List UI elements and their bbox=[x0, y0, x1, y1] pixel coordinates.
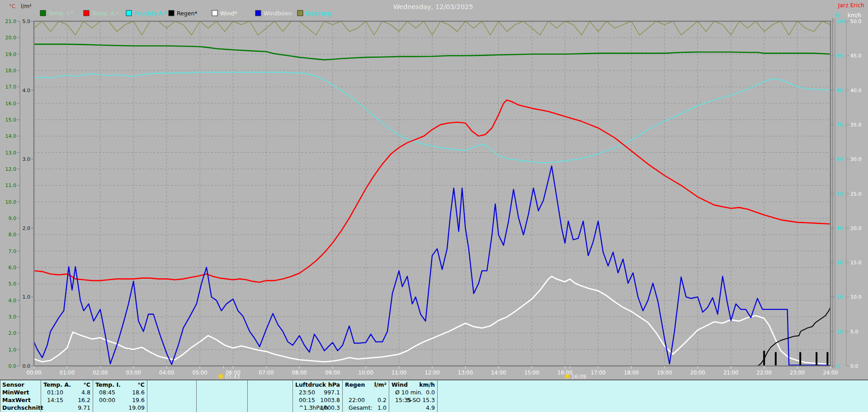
table-column-border bbox=[93, 380, 93, 412]
tick-label: 16.0 bbox=[5, 101, 17, 107]
tick-label: 90 bbox=[836, 53, 843, 59]
sun-ray bbox=[219, 374, 220, 375]
row-label-minwert: MinWert bbox=[2, 389, 29, 396]
tick-label: 15:00 bbox=[524, 370, 539, 376]
sunrise-icon bbox=[218, 373, 224, 379]
legend-label-1: Temp. I.* bbox=[48, 10, 73, 17]
page-title: Wednesday, 12/03/2025 bbox=[393, 3, 473, 10]
legend-swatch-4 bbox=[169, 10, 174, 16]
summary-table: SensorMinWertMaxWertDurchschnittTemp. A.… bbox=[0, 379, 868, 412]
sunset-icon bbox=[564, 373, 571, 379]
tick-label: 0.0 bbox=[850, 363, 859, 369]
tick-label: 18.0 bbox=[5, 68, 17, 74]
tick-label: 17.0 bbox=[5, 84, 17, 90]
tick-label: 12:00 bbox=[425, 370, 439, 376]
legend-swatch-6 bbox=[255, 10, 261, 16]
col-header-temp_a: Temp. A. bbox=[43, 381, 71, 389]
tick-label: 07:00 bbox=[259, 370, 274, 376]
tick-label: 4.0 bbox=[23, 88, 31, 94]
tick-label: 2.0 bbox=[23, 225, 31, 231]
legend-label-4: Regen* bbox=[177, 10, 198, 17]
tick-label: 0.0 bbox=[23, 363, 31, 369]
tick-label: 6.0 bbox=[9, 265, 17, 271]
tick-label: 60 bbox=[836, 156, 843, 162]
col-header-wind: Wind bbox=[392, 381, 408, 389]
tick-label: 19:00 bbox=[657, 370, 672, 376]
tick-label: 24:00 bbox=[823, 370, 838, 376]
legend-label-3: Feuchte A.* bbox=[134, 10, 167, 17]
cell-wind-value-3: 4.9 bbox=[426, 404, 435, 412]
tick-label: 30 bbox=[836, 260, 843, 266]
legend-label-6: Windböen bbox=[264, 10, 292, 17]
tick-label: 10:00 bbox=[359, 370, 373, 376]
tick-label: 10 bbox=[836, 329, 843, 335]
cell-regen-time-3: Gesamt: bbox=[349, 404, 373, 412]
tick-label: 5.0 bbox=[850, 329, 859, 335]
cell-temp_a-time-2: 14:15 bbox=[47, 396, 63, 404]
cell-temp_i-time-2: 00:00 bbox=[99, 396, 115, 404]
cell-temp_i-value-3: 19.09 bbox=[128, 404, 145, 412]
tick-label: 1.0 bbox=[9, 347, 17, 353]
col-header-regen: Regen bbox=[345, 381, 365, 389]
tick-label: 35.0 bbox=[850, 122, 862, 128]
tick-label: 50.0 bbox=[850, 19, 862, 24]
axis-unit-humidity: % bbox=[835, 12, 840, 19]
col-unit-temp_a: °C bbox=[84, 381, 90, 389]
sunrise-time: 05:43 bbox=[225, 374, 240, 379]
tick-label: 11.0 bbox=[5, 183, 17, 188]
cell-temp_a-time-1: 01:10 bbox=[47, 389, 63, 396]
tick-label: 2.0 bbox=[9, 330, 17, 336]
tick-label: 1.0 bbox=[23, 294, 31, 300]
sun-disc bbox=[566, 375, 569, 378]
tick-label: 20.0 bbox=[5, 35, 17, 41]
tick-label: 08:00 bbox=[292, 370, 307, 376]
table-column-border bbox=[147, 380, 147, 412]
station-name: Jarz Erich bbox=[838, 2, 864, 9]
tick-label: 21.0 bbox=[5, 19, 17, 24]
tick-label: 40 bbox=[836, 225, 843, 231]
sun-disc bbox=[219, 375, 222, 378]
col-unit-wind: km/h bbox=[419, 381, 435, 389]
cell-luftdruck-time-2: 00:15 bbox=[299, 396, 315, 404]
axis-unit-wind: km/h bbox=[848, 12, 861, 19]
col-unit-regen: l/m² bbox=[374, 381, 387, 389]
cell-temp_a-value-3: 9.71 bbox=[78, 404, 90, 412]
tick-label: 14:00 bbox=[491, 370, 506, 376]
table-column-border bbox=[389, 380, 389, 412]
tick-label: 18:00 bbox=[624, 370, 639, 376]
sun-ray bbox=[219, 378, 220, 379]
tick-label: 00:00 bbox=[26, 370, 41, 376]
tick-label: 23:00 bbox=[790, 370, 805, 376]
cell-wind-value-1: 0.0 bbox=[426, 389, 435, 396]
tick-label: 0 bbox=[836, 363, 840, 369]
rain-bar bbox=[826, 352, 828, 366]
cell-luftdruck-value-3: 1000.3 bbox=[320, 404, 340, 412]
rain-bar bbox=[775, 352, 777, 366]
tick-label: 03:00 bbox=[126, 370, 141, 376]
cell-wind-value-2: S-SO 15.3 bbox=[407, 396, 435, 404]
table-column-border bbox=[342, 380, 343, 412]
legend-swatch-2 bbox=[84, 10, 89, 16]
tick-label: 100 bbox=[836, 19, 846, 24]
legend-swatch-3 bbox=[126, 10, 132, 16]
tick-label: 45.0 bbox=[850, 53, 862, 59]
weather-station-page: Wednesday, 12/03/2025 Jarz Erich °C l/m²… bbox=[0, 0, 868, 412]
cell-luftdruck-value-1: 997.1 bbox=[324, 389, 340, 396]
tick-label: 10.0 bbox=[850, 294, 862, 300]
tick-label: 21:00 bbox=[723, 370, 738, 376]
tick-label: 09:00 bbox=[325, 370, 340, 376]
cell-luftdruck-time-1: 23:50 bbox=[299, 389, 315, 396]
tick-label: 20 bbox=[836, 294, 843, 300]
weather-chart: Wednesday, 12/03/2025 Jarz Erich °C l/m²… bbox=[0, 0, 868, 379]
tick-label: 19.0 bbox=[5, 52, 17, 57]
tick-label: 15.0 bbox=[850, 260, 862, 266]
sun-ray bbox=[222, 378, 223, 379]
tick-label: 25.0 bbox=[850, 191, 862, 197]
tick-label: 5.0 bbox=[23, 19, 31, 24]
series-regen-summe- bbox=[758, 307, 831, 366]
col-unit-luftdruck: hPa bbox=[328, 381, 340, 389]
tick-label: 3.0 bbox=[9, 314, 17, 320]
table-column-border bbox=[247, 380, 248, 412]
tick-label: 3.0 bbox=[23, 156, 31, 162]
table-column-border bbox=[437, 380, 438, 412]
